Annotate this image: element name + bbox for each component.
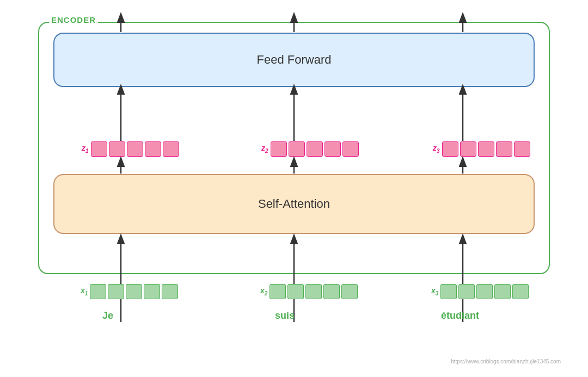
cell bbox=[289, 141, 305, 157]
feed-forward-box: Feed Forward bbox=[53, 33, 535, 87]
x2-label: x2 bbox=[260, 286, 267, 296]
cell bbox=[514, 141, 530, 157]
cell bbox=[494, 284, 511, 299]
cell bbox=[307, 141, 323, 157]
cell bbox=[108, 284, 124, 299]
word-je: Je bbox=[102, 310, 113, 322]
cell bbox=[144, 284, 160, 299]
watermark: https://www.cnblogs.com/bianzhujie1345.c… bbox=[451, 359, 561, 364]
z1-vector: z1 bbox=[82, 141, 179, 157]
z3-vector: z3 bbox=[433, 141, 530, 157]
z3-label: z3 bbox=[433, 144, 440, 154]
self-attention-box: Self-Attention bbox=[53, 174, 535, 234]
cell bbox=[287, 284, 304, 299]
encoder-label: ENCODER bbox=[49, 15, 98, 24]
cell bbox=[305, 284, 322, 299]
cell bbox=[440, 284, 457, 299]
feed-forward-label: Feed Forward bbox=[257, 53, 332, 67]
cell bbox=[442, 141, 458, 157]
z1-cells bbox=[91, 141, 179, 157]
cell bbox=[460, 141, 476, 157]
cell bbox=[162, 284, 178, 299]
cell bbox=[512, 284, 529, 299]
z1-label: z1 bbox=[82, 144, 89, 154]
self-attention-label: Self-Attention bbox=[258, 197, 330, 211]
cell bbox=[458, 284, 475, 299]
x1-label: x1 bbox=[81, 286, 88, 296]
z2-label: z2 bbox=[261, 144, 268, 154]
word-suis: suis bbox=[275, 310, 295, 322]
cell bbox=[90, 284, 106, 299]
x3-cells bbox=[440, 284, 529, 299]
cell bbox=[126, 284, 142, 299]
cell bbox=[476, 284, 493, 299]
cell bbox=[324, 141, 341, 157]
z2-vector: z2 bbox=[261, 141, 359, 157]
diagram-container: ENCODER Feed Forward Self-Attention bbox=[22, 12, 566, 366]
x3-label: x3 bbox=[431, 286, 438, 296]
cell bbox=[341, 284, 358, 299]
x2-cells bbox=[270, 284, 358, 299]
cell bbox=[91, 141, 107, 157]
x3-vector: x3 bbox=[431, 284, 529, 299]
x1-vector: x1 bbox=[81, 284, 178, 299]
cell bbox=[163, 141, 179, 157]
cell bbox=[342, 141, 359, 157]
x1-cells bbox=[90, 284, 178, 299]
cell bbox=[127, 141, 143, 157]
x2-vector: x2 bbox=[260, 284, 358, 299]
cell bbox=[478, 141, 494, 157]
cell bbox=[271, 141, 287, 157]
cell bbox=[496, 141, 512, 157]
word-etudiant: étudiant bbox=[441, 310, 479, 322]
z3-cells bbox=[442, 141, 530, 157]
cell bbox=[323, 284, 340, 299]
z2-cells bbox=[271, 141, 359, 157]
cell bbox=[109, 141, 125, 157]
cell bbox=[145, 141, 161, 157]
cell bbox=[270, 284, 286, 299]
